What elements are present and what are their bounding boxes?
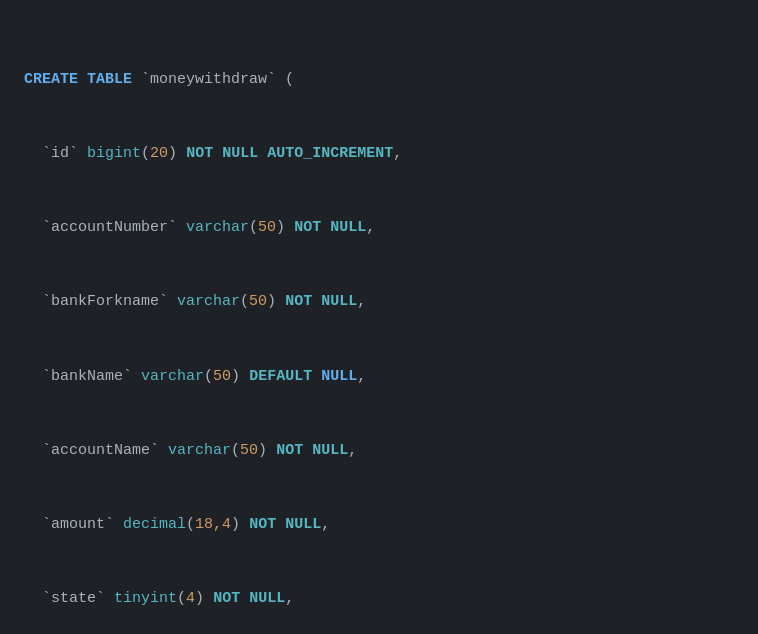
code-line-5: `bankName` varchar(50) DEFAULT NULL,: [24, 365, 734, 390]
code-line-8: `state` tinyint(4) NOT NULL,: [24, 587, 734, 612]
sql-code-block: CREATE TABLE `moneywithdraw` ( `id` bigi…: [24, 18, 734, 634]
code-line-1: CREATE TABLE `moneywithdraw` (: [24, 68, 734, 93]
code-line-3: `accountNumber` varchar(50) NOT NULL,: [24, 216, 734, 241]
code-line-4: `bankForkname` varchar(50) NOT NULL,: [24, 290, 734, 315]
code-line-6: `accountName` varchar(50) NOT NULL,: [24, 439, 734, 464]
code-line-7: `amount` decimal(18,4) NOT NULL,: [24, 513, 734, 538]
code-line-2: `id` bigint(20) NOT NULL AUTO_INCREMENT,: [24, 142, 734, 167]
